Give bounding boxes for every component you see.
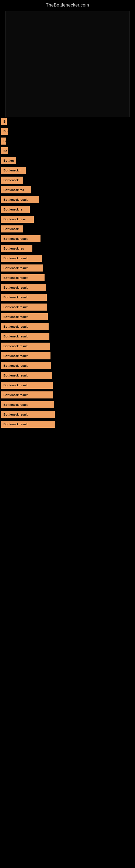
result-item: Bottleneck result: [1, 284, 134, 291]
result-item: B: [1, 118, 134, 126]
bottleneck-bar: Bottleneck: [1, 177, 23, 184]
bottleneck-bar-label: Bottleneck re: [3, 208, 22, 211]
bottleneck-bar-label: Bottleneck rese: [3, 218, 26, 221]
bottleneck-bar-label: Bottleneck: [3, 179, 18, 182]
bottleneck-bar: Bottleneck result: [1, 372, 52, 379]
bottleneck-bar: Bottleneck result: [1, 235, 41, 242]
result-item: B: [1, 137, 134, 145]
bottleneck-bar-label: Bottleneck result: [3, 325, 28, 328]
result-item: Bo: [1, 147, 134, 155]
result-item: Bottleneck result: [1, 313, 134, 321]
bottleneck-bar: Bottlen: [1, 157, 16, 164]
bottleneck-bar-label: Bottleneck result: [3, 374, 28, 377]
result-item: Bottlen: [1, 157, 134, 165]
result-item: Bottleneck result: [1, 352, 134, 360]
chart-area: [5, 11, 130, 117]
bottleneck-bar: Bottleneck r: [1, 167, 26, 174]
bottleneck-bar-label: Bottleneck res: [3, 247, 24, 250]
result-item: Bottleneck result: [1, 235, 134, 243]
bottleneck-bar-label: Bottleneck result: [3, 354, 28, 358]
result-item: Bottleneck result: [1, 382, 134, 389]
results-section: BBoBBoBottlenBottleneck rBottleneckBottl…: [0, 118, 135, 428]
result-item: Bottleneck result: [1, 333, 134, 340]
bottleneck-bar: Bottleneck result: [1, 411, 55, 418]
bottleneck-bar-label: B: [3, 140, 6, 143]
bottleneck-bar: Bottleneck res: [1, 245, 32, 252]
result-item: Bottleneck result: [1, 362, 134, 370]
result-item: Bottleneck rese: [1, 216, 134, 223]
bottleneck-bar: Bo: [1, 128, 8, 135]
bottleneck-bar: Bottleneck result: [1, 313, 48, 320]
bottleneck-bar-label: Bottleneck result: [3, 423, 28, 426]
bottleneck-bar: Bottleneck result: [1, 284, 46, 291]
bottleneck-bar-label: Bottleneck result: [3, 403, 28, 406]
bottleneck-bar-label: Bottleneck result: [3, 344, 28, 348]
result-item: Bottleneck result: [1, 304, 134, 311]
bottleneck-bar-label: Bottleneck result: [3, 267, 28, 270]
result-item: Bottleneck result: [1, 323, 134, 331]
result-item: Bottleneck: [1, 225, 134, 233]
result-item: Bottleneck re: [1, 206, 134, 214]
result-item: Bottleneck result: [1, 294, 134, 301]
result-item: Bottleneck: [1, 177, 134, 184]
bottleneck-bar-label: Bottleneck result: [3, 276, 28, 279]
result-item: Bottleneck result: [1, 372, 134, 379]
bottleneck-bar: Bottleneck res: [1, 186, 31, 193]
bottleneck-bar: Bottleneck rese: [1, 216, 34, 223]
bottleneck-bar-label: Bottleneck result: [3, 393, 28, 397]
bottleneck-bar-label: Bottleneck result: [3, 383, 28, 387]
bottleneck-bar: Bottleneck result: [1, 274, 45, 281]
bottleneck-bar: Bottleneck result: [1, 382, 53, 389]
bottleneck-bar: Bottleneck result: [1, 343, 50, 350]
bottleneck-bar: Bottleneck result: [1, 304, 47, 311]
bottleneck-bar-label: Bottleneck result: [3, 364, 28, 367]
result-item: Bottleneck result: [1, 274, 134, 282]
bottleneck-bar-label: Bottleneck r: [3, 169, 21, 172]
bottleneck-bar-label: Bottleneck result: [3, 335, 28, 338]
bottleneck-bar: Bottleneck result: [1, 362, 51, 369]
bottleneck-bar: Bottleneck result: [1, 265, 43, 272]
bottleneck-bar-label: Bo: [3, 149, 8, 152]
bottleneck-bar-label: Bottleneck res: [3, 188, 24, 191]
bottleneck-bar: Bo: [1, 147, 8, 154]
site-title: TheBottlenecker.com: [0, 0, 135, 9]
bottleneck-bar: Bottleneck result: [1, 333, 49, 340]
bottleneck-bar: Bottleneck result: [1, 401, 54, 408]
bottleneck-bar-label: Bottleneck result: [3, 286, 28, 289]
bottleneck-bar-label: Bottleneck result: [3, 237, 28, 240]
result-item: Bottleneck result: [1, 255, 134, 262]
bottleneck-bar: Bottleneck result: [1, 352, 50, 360]
result-item: Bottleneck res: [1, 186, 134, 194]
site-title-container: TheBottlenecker.com: [0, 0, 135, 9]
bottleneck-bar-label: Bo: [3, 130, 8, 133]
bottleneck-bar: Bottleneck result: [1, 196, 39, 203]
bottleneck-bar-label: B: [3, 120, 6, 123]
bottleneck-bar: Bottleneck re: [1, 206, 30, 213]
result-item: Bottleneck result: [1, 392, 134, 399]
bottleneck-bar-label: Bottleneck result: [3, 296, 28, 299]
result-item: Bottleneck result: [1, 265, 134, 272]
bottleneck-bar: Bottleneck: [1, 225, 23, 232]
bottleneck-bar: Bottleneck result: [1, 323, 49, 330]
bottleneck-bar-label: Bottleneck result: [3, 315, 28, 318]
bottleneck-bar-label: Bottleneck result: [3, 257, 28, 260]
result-item: Bottleneck result: [1, 196, 134, 204]
result-item: Bottleneck result: [1, 411, 134, 418]
bottleneck-bar: Bottleneck result: [1, 255, 42, 262]
bottleneck-bar-label: Bottleneck result: [3, 198, 28, 201]
bottleneck-bar-label: Bottleneck result: [3, 413, 28, 416]
bottleneck-bar: Bottleneck result: [1, 294, 47, 301]
bottleneck-bar: B: [1, 118, 7, 125]
bottleneck-bar-label: Bottleneck result: [3, 305, 28, 309]
result-item: Bottleneck result: [1, 421, 134, 428]
result-item: Bottleneck res: [1, 245, 134, 252]
bottleneck-bar-label: Bottlen: [3, 159, 14, 162]
bottleneck-bar-label: Bottleneck: [3, 227, 18, 230]
bottleneck-bar: Bottleneck result: [1, 421, 55, 428]
result-item: Bo: [1, 128, 134, 135]
result-item: Bottleneck result: [1, 401, 134, 409]
result-item: Bottleneck result: [1, 343, 134, 350]
bottleneck-bar: Bottleneck result: [1, 392, 53, 399]
bottleneck-bar: B: [1, 137, 6, 145]
result-item: Bottleneck r: [1, 167, 134, 175]
